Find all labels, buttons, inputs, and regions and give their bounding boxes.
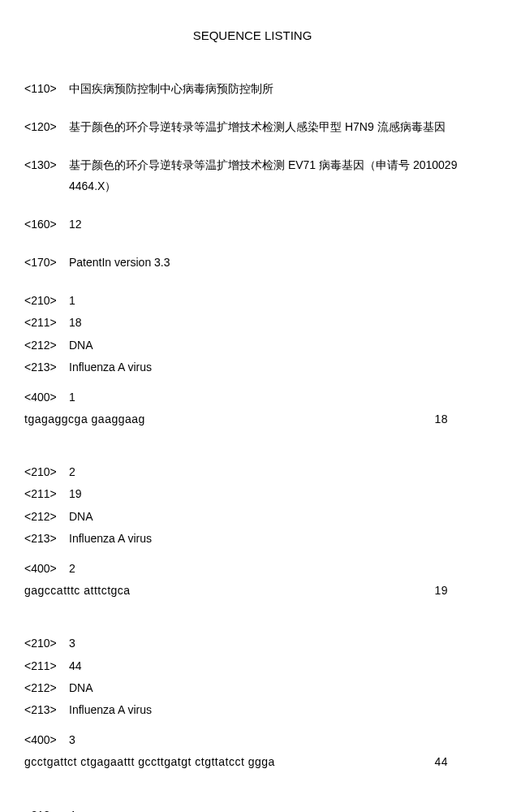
tag-210: <210>	[24, 806, 69, 813]
seq-type-1: DNA	[69, 335, 480, 356]
tag-210: <210>	[24, 291, 69, 311]
tag-211: <211>	[24, 313, 69, 333]
seq-id-2: 2	[69, 462, 480, 482]
tag-110: <110>	[24, 79, 69, 99]
seq-type-3: DNA	[69, 678, 480, 698]
tag-212: <212>	[24, 678, 69, 698]
tag-400: <400>	[24, 559, 69, 579]
sequence-listing-heading: SEQUENCE LISTING	[24, 24, 480, 46]
seq-length-3: 44	[69, 656, 480, 676]
sequence-data-3: gcctgattct ctgagaattt gccttgatgt ctgttat…	[24, 752, 434, 772]
tag-212: <212>	[24, 335, 69, 356]
tag-213: <213>	[24, 700, 69, 720]
number-of-sequences: 12	[69, 214, 480, 235]
tag-210: <210>	[24, 462, 69, 482]
tag-211: <211>	[24, 484, 69, 504]
tag-120: <120>	[24, 117, 69, 137]
sequence-data-2: gagccatttc atttctgca	[24, 581, 434, 601]
applicant-name: 中国疾病预防控制中心病毒病预防控制所	[69, 79, 480, 99]
sequence-length-count-2: 19	[434, 581, 480, 601]
tag-170: <170>	[24, 253, 69, 273]
seq-marker-2: 2	[69, 559, 480, 579]
seq-marker-1: 1	[69, 387, 480, 408]
tag-213: <213>	[24, 357, 69, 378]
tag-212: <212>	[24, 507, 69, 527]
seq-length-2: 19	[69, 484, 480, 504]
invention-title: 基于颜色的环介导逆转录等温扩增技术检测人感染甲型 H7N9 流感病毒基因	[69, 117, 480, 137]
seq-organism-1: Influenza A virus	[69, 357, 480, 378]
sequence-data-1: tgagaggcga gaaggaag	[24, 409, 434, 430]
tag-211: <211>	[24, 656, 69, 676]
seq-id-1: 1	[69, 291, 480, 311]
tag-160: <160>	[24, 214, 69, 235]
seq-organism-2: Influenza A virus	[69, 529, 480, 549]
tag-400: <400>	[24, 730, 69, 750]
sequence-length-count-3: 44	[434, 752, 480, 772]
software-version: PatentIn version 3.3	[69, 253, 480, 273]
tag-213: <213>	[24, 529, 69, 549]
file-reference: 基于颜色的环介导逆转录等温扩增技术检测 EV71 病毒基因（申请号 201002…	[69, 155, 480, 196]
sequence-length-count-1: 18	[434, 409, 480, 430]
seq-id-4: 4	[69, 806, 480, 813]
tag-210: <210>	[24, 633, 69, 654]
seq-id-3: 3	[69, 633, 480, 654]
seq-length-1: 18	[69, 313, 480, 333]
seq-type-2: DNA	[69, 507, 480, 527]
tag-130: <130>	[24, 155, 69, 196]
seq-organism-3: Influenza A virus	[69, 700, 480, 720]
seq-marker-3: 3	[69, 730, 480, 750]
tag-400: <400>	[24, 387, 69, 408]
